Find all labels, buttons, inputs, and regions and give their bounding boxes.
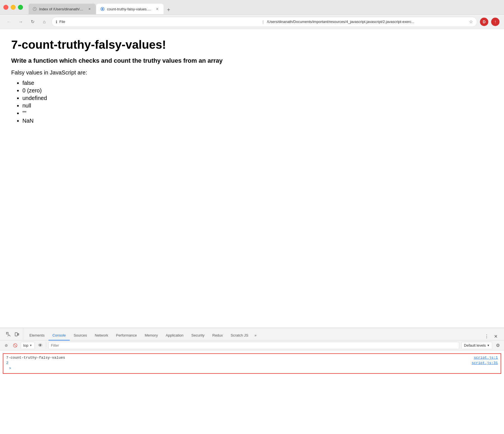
tab-console[interactable]: Console: [48, 330, 70, 340]
tab-1[interactable]: Index of /Users/dinanath/Docum... ✕: [29, 4, 96, 14]
page-content: 7-count-truthy-falsy-values! Write a fun…: [0, 29, 504, 328]
tab-application[interactable]: Application: [162, 330, 188, 340]
reload-button[interactable]: ↻: [28, 17, 37, 26]
context-selector[interactable]: top ▼: [21, 342, 35, 349]
context-label: top: [23, 343, 28, 347]
devtools-actions: ⋮ ✕: [480, 332, 502, 340]
devtools-panel: Elements Console Sources Network Perform…: [0, 328, 504, 434]
tab-elements[interactable]: Elements: [25, 330, 48, 340]
separator: [46, 342, 46, 349]
traffic-lights: [3, 5, 23, 10]
tabs-bar: Index of /Users/dinanath/Docum... ✕ coun…: [25, 0, 501, 14]
tab-2-close[interactable]: ✕: [155, 6, 160, 11]
forward-button[interactable]: →: [16, 17, 25, 26]
profile-button[interactable]: D: [480, 18, 488, 26]
console-settings-button[interactable]: ⚙: [494, 342, 501, 349]
console-prompt: >: [6, 365, 498, 372]
new-tab-button[interactable]: +: [164, 5, 173, 14]
tab-redux[interactable]: Redux: [208, 330, 227, 340]
tab-2-favicon: [100, 7, 105, 11]
close-button[interactable]: [3, 5, 8, 10]
console-line-ref-1[interactable]: script.js:1: [474, 356, 498, 360]
tab-scratch-js[interactable]: Scratch JS: [227, 330, 252, 340]
list-item: null: [22, 102, 493, 109]
page-desc: Falsy values in JavaScript are:: [11, 69, 493, 76]
tab-2[interactable]: count-truthy-falsy-values.html ✕: [96, 4, 164, 14]
device-toolbar-button[interactable]: [13, 330, 21, 338]
svg-rect-2: [6, 332, 8, 334]
devtools-close-button[interactable]: ✕: [492, 332, 500, 340]
list-item: false: [22, 80, 493, 86]
list-item: undefined: [22, 95, 493, 101]
devtools-icon-buttons: [2, 328, 23, 340]
clear-console-button[interactable]: ⊘: [3, 342, 10, 349]
tab-sources[interactable]: Sources: [70, 330, 91, 340]
back-button[interactable]: ←: [4, 17, 13, 26]
tab-memory[interactable]: Memory: [141, 330, 162, 340]
console-toolbar: ⊘ 🚫 top ▼ 👁 Default levels ▼ ⚙: [0, 340, 504, 351]
url-separator: |: [263, 20, 263, 24]
svg-rect-3: [15, 333, 17, 336]
tab-1-close[interactable]: ✕: [87, 6, 92, 11]
url-bar[interactable]: ℹ File | /Users/dinanath/Documents/impor…: [52, 17, 477, 27]
console-line-1: 7-count-truthy-falsy-values script.js:1: [6, 356, 498, 360]
default-levels-label: Default levels: [464, 343, 486, 347]
address-bar: ← → ↻ ⌂ ℹ File | /Users/dinanath/Documen…: [0, 15, 504, 29]
tab-2-title: count-truthy-falsy-values.html: [107, 7, 152, 11]
page-subtitle: Write a function which checks and count …: [11, 57, 493, 64]
console-line-ref-2[interactable]: script.js:31: [472, 361, 498, 365]
console-output-value: 2: [6, 361, 8, 365]
more-tabs-button[interactable]: »: [252, 330, 259, 340]
block-icon[interactable]: 🚫: [12, 342, 18, 349]
prompt-chevron-icon: >: [9, 366, 11, 370]
url-text: /Users/dinanath/Documents/important/reso…: [267, 20, 467, 24]
bookmark-icon[interactable]: ☆: [469, 19, 473, 24]
maximize-button[interactable]: [18, 5, 23, 10]
tab-performance[interactable]: Performance: [112, 330, 141, 340]
list-item: "": [22, 110, 493, 116]
filter-input[interactable]: [48, 342, 459, 349]
extension-button[interactable]: ↑: [491, 18, 500, 26]
console-output-text-1: 7-count-truthy-falsy-values: [6, 356, 65, 360]
devtools-tabs-bar: Elements Console Sources Network Perform…: [0, 328, 504, 340]
devtools-more-button[interactable]: ⋮: [483, 332, 491, 340]
list-item: NaN: [22, 118, 493, 124]
list-item: 0 (zero): [22, 87, 493, 94]
console-line-2: 2 script.js:31: [6, 361, 498, 365]
tab-network[interactable]: Network: [91, 330, 112, 340]
eye-button[interactable]: 👁: [37, 342, 44, 349]
title-bar: Index of /Users/dinanath/Docum... ✕ coun…: [0, 0, 504, 15]
tab-security[interactable]: Security: [187, 330, 208, 340]
home-button[interactable]: ⌂: [40, 17, 49, 26]
url-prefix: File: [59, 20, 259, 24]
inspect-element-button[interactable]: [4, 330, 12, 338]
minimize-button[interactable]: [11, 5, 16, 10]
svg-rect-4: [18, 333, 19, 335]
tab-1-favicon: [32, 7, 37, 11]
levels-chevron-icon: ▼: [487, 344, 490, 347]
console-output: 7-count-truthy-falsy-values script.js:1 …: [0, 351, 504, 434]
chevron-down-icon: ▼: [29, 344, 32, 347]
falsy-list: false 0 (zero) undefined null "" NaN: [11, 80, 493, 124]
page-title: 7-count-truthy-falsy-values!: [11, 38, 493, 52]
console-highlighted-region: 7-count-truthy-falsy-values script.js:1 …: [3, 353, 501, 374]
default-levels-selector[interactable]: Default levels ▼: [461, 342, 492, 349]
info-icon: ℹ: [56, 20, 57, 24]
browser-window: Index of /Users/dinanath/Docum... ✕ coun…: [0, 0, 504, 434]
tab-1-title: Index of /Users/dinanath/Docum...: [39, 7, 85, 11]
